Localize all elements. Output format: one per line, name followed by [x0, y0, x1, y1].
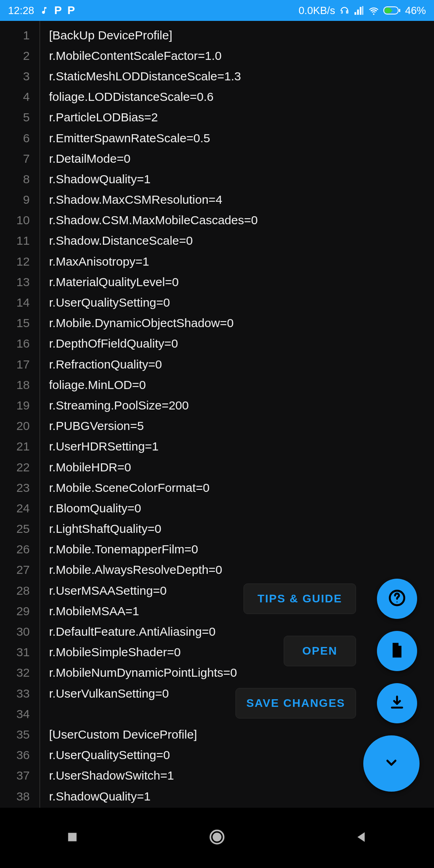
code-line[interactable]: r.DepthOfFieldQuality=0 — [49, 337, 178, 350]
expand-fab[interactable] — [363, 735, 420, 792]
line-number: 7 — [23, 152, 30, 166]
code-line[interactable]: r.StaticMeshLODDistanceScale=1.3 — [49, 70, 241, 83]
code-line[interactable]: r.MaxAnisotropy=1 — [49, 255, 149, 268]
open-button[interactable]: OPEN — [284, 636, 356, 666]
line-number: 19 — [16, 399, 30, 412]
line-number: 15 — [16, 316, 30, 330]
code-line[interactable]: r.LightShaftQuality=0 — [49, 522, 161, 536]
line-number: 26 — [16, 542, 30, 556]
line-number: 34 — [16, 707, 30, 721]
code-line[interactable]: r.PUBGVersion=5 — [49, 419, 144, 433]
line-number: 24 — [16, 502, 30, 515]
line-number: 36 — [16, 748, 30, 762]
code-line[interactable]: r.UserQualitySetting=0 — [49, 296, 170, 309]
code-line[interactable]: r.Shadow.MaxCSMResolution=4 — [49, 193, 222, 207]
svg-rect-5 — [68, 833, 77, 841]
line-number: 8 — [23, 172, 30, 186]
code-line[interactable]: r.MaterialQualityLevel=0 — [49, 275, 179, 289]
help-circle-icon — [387, 588, 407, 609]
svg-point-7 — [213, 833, 221, 841]
code-line[interactable]: r.MobileSimpleShader=0 — [49, 645, 181, 659]
status-net-speed: 0.0KB/s — [299, 4, 335, 17]
code-line[interactable]: r.UserMSAASetting=0 — [49, 584, 167, 598]
status-left: 12:28 P P — [8, 4, 75, 17]
code-line[interactable]: r.DetailMode=0 — [49, 152, 131, 166]
code-line[interactable]: r.BloomQuality=0 — [49, 502, 141, 515]
file-fab[interactable] — [377, 631, 417, 671]
code-line[interactable]: r.ShadowQuality=1 — [49, 790, 151, 803]
help-fab[interactable] — [377, 579, 417, 619]
code-line[interactable]: r.Mobile.AlwaysResolveDepth=0 — [49, 563, 222, 577]
svg-point-4 — [397, 602, 397, 602]
chevron-down-icon — [383, 755, 399, 772]
save-changes-button[interactable]: SAVE CHANGES — [235, 688, 356, 719]
status-time: 12:28 — [8, 4, 34, 17]
headphones-icon — [339, 5, 350, 16]
code-editor[interactable]: 1234567891011121314151617181920212223242… — [0, 21, 434, 808]
code-line[interactable]: [UserCustom DeviceProfile] — [49, 728, 197, 741]
code-line[interactable]: r.UserHDRSetting=1 — [49, 440, 159, 453]
code-line[interactable]: r.MobileMSAA=1 — [49, 604, 139, 618]
line-number-gutter: 1234567891011121314151617181920212223242… — [0, 21, 40, 808]
code-line[interactable]: r.RefractionQuality=0 — [49, 358, 162, 371]
download-fab[interactable] — [377, 683, 417, 723]
wifi-icon — [368, 5, 379, 16]
code-line[interactable]: r.MobileNumDynamicPointLights=0 — [49, 666, 237, 680]
tips-guide-button[interactable]: TIPS & GUIDE — [244, 583, 356, 614]
code-line[interactable]: foliage.LODDistanceScale=0.6 — [49, 90, 213, 104]
code-line[interactable]: r.Mobile.DynamicObjectShadow=0 — [49, 316, 233, 330]
back-icon — [354, 830, 369, 846]
status-battery: 46% — [405, 4, 426, 17]
code-line[interactable]: r.Shadow.CSM.MaxMobileCascades=0 — [49, 213, 258, 227]
code-line[interactable]: r.UserVulkanSetting=0 — [49, 687, 169, 700]
status-right: 0.0KB/s 46% — [299, 4, 426, 17]
battery-charging-icon — [383, 6, 401, 15]
recent-apps-button[interactable] — [48, 822, 96, 854]
code-line[interactable]: r.Streaming.PoolSize=200 — [49, 399, 189, 412]
code-line[interactable]: r.ShadowQuality=1 — [49, 172, 151, 186]
code-line[interactable]: r.ParticleLODBias=2 — [49, 111, 158, 124]
line-number: 11 — [16, 234, 30, 248]
line-number: 3 — [23, 70, 30, 83]
line-number: 12 — [16, 255, 30, 268]
line-number: 23 — [16, 481, 30, 495]
tips-guide-label: TIPS & GUIDE — [258, 592, 342, 605]
line-number: 2 — [23, 49, 30, 63]
line-number: 16 — [16, 337, 30, 350]
line-number: 9 — [23, 193, 30, 207]
line-number: 27 — [16, 563, 30, 577]
code-line[interactable]: r.Shadow.DistanceScale=0 — [49, 234, 193, 248]
music-note-icon — [40, 6, 49, 15]
code-line[interactable]: r.EmitterSpawnRateScale=0.5 — [49, 131, 210, 145]
signal-icon — [354, 5, 364, 16]
line-number: 13 — [16, 275, 30, 289]
status-bar: 12:28 P P 0.0KB/s 46% — [0, 0, 434, 21]
letter-p-icon: P — [54, 4, 62, 17]
code-line[interactable]: foliage.MinLOD=0 — [49, 378, 146, 392]
line-number: 17 — [16, 358, 30, 371]
line-number: 10 — [16, 213, 30, 227]
android-navbar — [0, 808, 434, 868]
back-button[interactable] — [338, 822, 386, 854]
home-button[interactable] — [193, 822, 241, 854]
line-number: 37 — [16, 769, 30, 782]
code-line[interactable]: [BackUp DeviceProfile] — [49, 29, 172, 42]
line-number: 14 — [16, 296, 30, 309]
code-line[interactable]: r.Mobile.TonemapperFilm=0 — [49, 542, 198, 556]
line-number: 21 — [16, 440, 30, 453]
line-number: 32 — [16, 666, 30, 680]
open-label: OPEN — [302, 645, 337, 657]
line-number: 22 — [16, 461, 30, 474]
home-icon — [208, 828, 226, 848]
code-line[interactable]: r.UserQualitySetting=0 — [49, 748, 170, 762]
download-icon — [388, 694, 406, 713]
code-line[interactable]: r.MobileContentScaleFactor=1.0 — [49, 49, 221, 63]
file-icon — [388, 641, 406, 661]
code-line[interactable]: r.UserShadowSwitch=1 — [49, 769, 174, 782]
line-number: 20 — [16, 419, 30, 433]
line-number: 4 — [23, 90, 30, 104]
line-number: 25 — [16, 522, 30, 536]
code-line[interactable]: r.DefaultFeature.AntiAliasing=0 — [49, 625, 215, 639]
code-line[interactable]: r.Mobile.SceneColorFormat=0 — [49, 481, 209, 495]
code-line[interactable]: r.MobileHDR=0 — [49, 461, 131, 474]
